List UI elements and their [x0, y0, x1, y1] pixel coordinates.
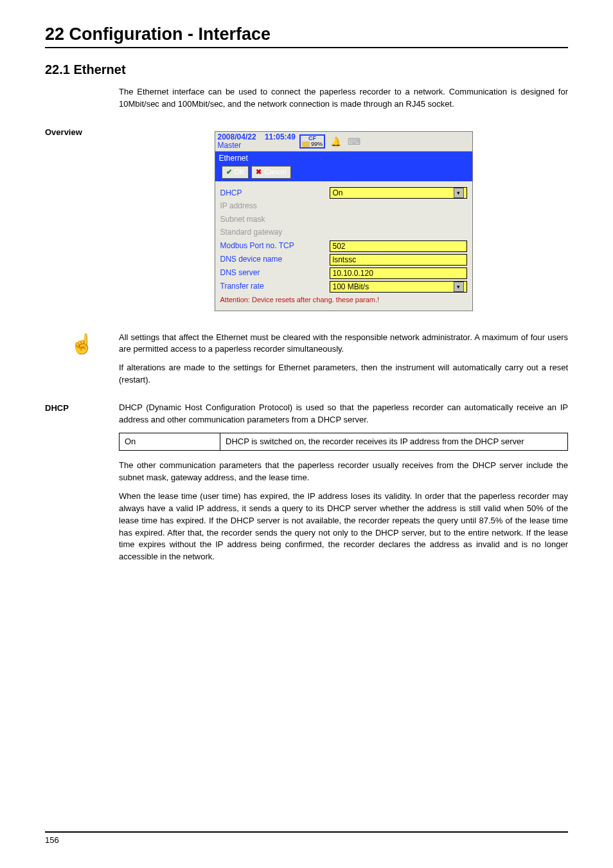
- row-modbus: Modbus Port no. TCP 502: [220, 240, 467, 252]
- folder-icon: [302, 141, 310, 147]
- dhcp-body: DHCP (Dynamic Host Configuration Protoco…: [119, 402, 568, 570]
- dhcp-field[interactable]: On ▾: [330, 187, 467, 199]
- note-para-2: If alterations are made to the settings …: [119, 362, 568, 386]
- section-title: 22.1 Ethernet: [45, 62, 568, 77]
- cancel-button[interactable]: ✖ Cancel: [251, 166, 290, 179]
- ok-button[interactable]: ✔ OK: [222, 166, 249, 179]
- x-icon: ✖: [256, 167, 262, 177]
- dnssrv-value: 10.10.0.120: [333, 267, 373, 279]
- overview-label: Overview: [45, 126, 119, 137]
- dnssrv-field[interactable]: 10.10.0.120: [330, 267, 467, 279]
- device-button-row: ✔ OK ✖ Cancel: [219, 164, 468, 181]
- dhcp-para-2: The other communication parameters that …: [119, 460, 568, 484]
- dnsname-label: DNS device name: [220, 254, 330, 265]
- device-datetime: 2008/04/22 11:05:49 Master: [218, 133, 296, 150]
- subnet-label: Subnet mask: [220, 214, 330, 225]
- dhcp-row: DHCP DHCP (Dynamic Host Configuration Pr…: [45, 402, 568, 570]
- rate-label: Transfer rate: [220, 281, 330, 292]
- cancel-label: Cancel: [264, 167, 286, 177]
- row-gateway: Standard gateway: [220, 227, 467, 238]
- intro-body: The Ethernet interface can be used to co…: [119, 86, 568, 117]
- row-rate: Transfer rate 100 MBit/s ▾: [220, 281, 467, 293]
- cf-percent-row: 99%: [302, 141, 323, 147]
- device-master: Master: [218, 141, 296, 150]
- intro-para: The Ethernet interface can be used to co…: [119, 86, 568, 111]
- intro-row: The Ethernet interface can be used to co…: [45, 86, 568, 117]
- gateway-label: Standard gateway: [220, 227, 330, 238]
- check-icon: ✔: [226, 167, 232, 177]
- alarm-icon: 🔔: [329, 134, 343, 149]
- row-subnet: Subnet mask: [220, 214, 467, 225]
- device-screenshot: 2008/04/22 11:05:49 Master CF 99%: [215, 131, 473, 311]
- keypad-icon: ⌨: [347, 134, 361, 149]
- dhcp-value: On: [333, 187, 343, 199]
- note-body: All settings that affect the Ethernet mu…: [119, 332, 568, 393]
- dhcp-table-c2: DHCP is switched on, the recorder receiv…: [220, 433, 568, 451]
- cf-badge: CF 99%: [299, 134, 325, 149]
- dhcp-label: DHCP: [220, 188, 330, 199]
- dnsname-value: lsntssc: [333, 254, 357, 266]
- chevron-down-icon[interactable]: ▾: [454, 282, 464, 292]
- note-row: ☝ All settings that affect the Ethernet …: [45, 332, 568, 393]
- dhcp-table-c1: On: [120, 433, 220, 451]
- ok-label: OK: [235, 167, 245, 177]
- hand-pointing-icon: ☝: [70, 334, 94, 354]
- overview-row: Overview 2008/04/22 11:05:49 Master: [45, 126, 568, 323]
- device-warning: Attention: Device resets after chang. th…: [220, 295, 467, 305]
- modbus-label: Modbus Port no. TCP: [220, 240, 330, 251]
- chevron-down-icon[interactable]: ▾: [454, 188, 464, 198]
- row-ip: IP address: [220, 201, 467, 212]
- dhcp-side-label: DHCP: [45, 402, 119, 413]
- dhcp-table: On DHCP is switched on, the recorder rec…: [119, 433, 568, 451]
- footer-rule: [45, 831, 568, 833]
- row-dnsname: DNS device name lsntssc: [220, 254, 467, 266]
- dnsname-field[interactable]: lsntssc: [330, 254, 467, 266]
- overview-body: 2008/04/22 11:05:49 Master CF 99%: [119, 126, 568, 323]
- row-dnssrv: DNS server 10.10.0.120: [220, 267, 467, 279]
- device-tab-ethernet: Ethernet: [219, 154, 248, 163]
- note-icon-col: ☝: [45, 332, 119, 354]
- rate-field[interactable]: 100 MBit/s ▾: [330, 281, 467, 293]
- device-screenshot-wrap: 2008/04/22 11:05:49 Master CF 99%: [119, 131, 568, 311]
- device-date: 2008/04/22: [218, 132, 256, 141]
- chapter-title: 22 Configuration - Interface: [45, 24, 568, 44]
- page: 22 Configuration - Interface 22.1 Ethern…: [0, 0, 613, 868]
- modbus-value: 502: [333, 240, 346, 252]
- dnssrv-label: DNS server: [220, 267, 330, 278]
- page-footer: 156: [45, 831, 568, 845]
- title-rule: [45, 47, 568, 48]
- device-time: 11:05:49: [265, 132, 296, 141]
- modbus-field[interactable]: 502: [330, 240, 467, 252]
- dhcp-intro: DHCP (Dynamic Host Configuration Protoco…: [119, 402, 568, 426]
- row-dhcp: DHCP On ▾: [220, 187, 467, 199]
- page-number: 156: [45, 835, 59, 845]
- device-header: 2008/04/22 11:05:49 Master CF 99%: [215, 132, 472, 152]
- note-para-1: All settings that affect the Ethernet mu…: [119, 332, 568, 356]
- cf-percent: 99%: [311, 141, 323, 147]
- ip-label: IP address: [220, 201, 330, 212]
- side-spacer: [45, 86, 119, 87]
- rate-value: 100 MBit/s: [333, 281, 369, 293]
- device-tabbar: Ethernet ✔ OK ✖ Cancel: [215, 152, 472, 181]
- table-row: On DHCP is switched on, the recorder rec…: [120, 433, 568, 451]
- dhcp-para-3: When the lease time (user time) has expi…: [119, 491, 568, 563]
- device-body: DHCP On ▾ IP address Subnet mask: [215, 181, 472, 310]
